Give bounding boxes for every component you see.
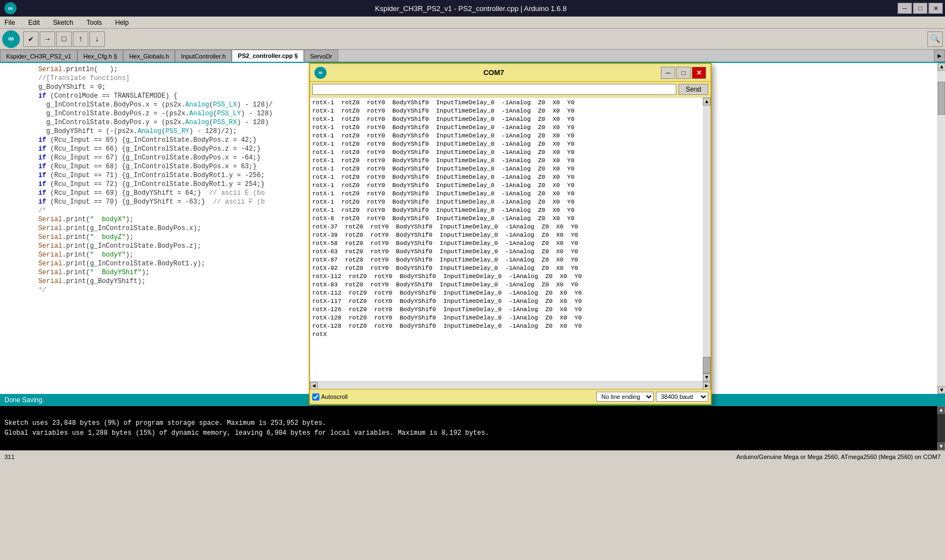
menu-edit[interactable]: Edit xyxy=(26,18,42,27)
serial-output-line: rotX-87 rotZ0 rotY0 BodyYShif0 InputTime… xyxy=(312,256,701,264)
serial-input-field[interactable] xyxy=(312,84,676,95)
serial-output-line: rotX-8 rotZ0 rotY0 BodyYShif0 InputTimeD… xyxy=(312,215,701,223)
console-line-3: Global variables use 1,288 bytes (15%) o… xyxy=(4,428,941,438)
serial-output-line: rotX-1 rotZ0 rotY0 BodyYShif0 InputTimeD… xyxy=(312,198,701,206)
console-scrollbar[interactable]: ▲ ▼ xyxy=(937,406,945,450)
tabs-scroll-right[interactable]: ▶ xyxy=(934,50,945,62)
bottom-status-bar: 311 Arduino/Genuine Mega or Mega 2560, A… xyxy=(0,450,945,462)
serial-controls: ─ □ ✕ xyxy=(661,67,706,79)
code-scroll-down[interactable]: ▼ xyxy=(938,386,945,394)
serial-options: No line ending Newline Carriage return B… xyxy=(596,392,708,402)
serial-output-line: rotX-63 rotZ0 rotY0 BodyYShif0 InputTime… xyxy=(312,248,701,256)
serial-output-line: rotX-1 rotZ0 rotY0 BodyYShif0 InputTimeD… xyxy=(312,182,701,190)
serial-bottom-bar: Autoscroll No line ending Newline Carria… xyxy=(310,389,711,404)
serial-scrollbar-h: ◀ ▶ xyxy=(310,381,711,389)
serial-output-line: rotX-1 rotZ0 rotY0 BodyYShif0 InputTimeD… xyxy=(312,140,701,148)
serial-scrollbar-v[interactable]: ▲ ▼ xyxy=(703,98,711,381)
serial-output-line: rotX-1 rotZ0 rotY0 BodyYShif0 InputTimeD… xyxy=(312,124,701,132)
serial-scroll-thumb[interactable] xyxy=(703,357,711,374)
serial-lines: rotX-1 rotZ0 rotY0 BodyYShif0 InputTimeD… xyxy=(312,99,708,339)
toolbar: ∞ ✔ → □ ↑ ↓ 🔍 xyxy=(0,29,945,50)
line-ending-select[interactable]: No line ending Newline Carriage return B… xyxy=(596,392,654,402)
arduino-logo: ∞ xyxy=(2,30,20,48)
autoscroll-label: Autoscroll xyxy=(321,393,348,400)
tab-kspider[interactable]: Kspider_CH3R_PS2_v1 xyxy=(0,50,77,62)
status-text: Done Saving. xyxy=(4,396,44,404)
serial-monitor: ∞ COM7 ─ □ ✕ Send rotX-1 rotZ0 rotY0 Bod… xyxy=(309,63,712,405)
serial-scroll-track xyxy=(703,105,711,374)
serial-hscroll-track xyxy=(318,382,703,389)
serial-output-line: rotX-112 rotZ0 rotY0 BodyYShif0 InputTim… xyxy=(312,273,701,281)
window-title: Kspider_CH3R_PS2_v1 - PS2_controller.cpp… xyxy=(44,4,898,13)
autoscroll-checkbox-container: Autoscroll xyxy=(312,393,348,401)
verify-button[interactable]: ✔ xyxy=(23,31,39,47)
serial-output-line: rotX-58 rotZ0 rotY0 BodyYShif0 InputTime… xyxy=(312,239,701,248)
tab-servo-dr[interactable]: ServoDr xyxy=(304,50,338,62)
serial-output-line: rotX-37 rotZ0 rotY0 BodyYShif0 InputTime… xyxy=(312,223,701,231)
serial-output-line: rotX-1 rotZ0 rotY0 BodyYShif0 InputTimeD… xyxy=(312,107,701,115)
serial-close-button[interactable]: ✕ xyxy=(692,67,706,79)
serial-output-line: rotX-1 rotZ0 rotY0 BodyYShif0 InputTimeD… xyxy=(312,132,701,140)
console-area: ▲ ▼ Sketch uses 23,848 bytes (9%) of pro… xyxy=(0,406,945,450)
menu-sketch[interactable]: Sketch xyxy=(51,18,76,27)
serial-output-line: rotX-112 rotZ0 rotY0 BodyYShif0 InputTim… xyxy=(312,289,701,297)
tab-hex-globals[interactable]: Hex_Globals.h xyxy=(123,50,175,62)
serial-output-line: rotX-92 rotZ0 rotY0 BodyYShif0 InputTime… xyxy=(312,264,701,273)
console-scroll-down[interactable]: ▼ xyxy=(937,442,945,450)
serial-scroll-right[interactable]: ▶ xyxy=(703,382,711,390)
open-button[interactable]: ↑ xyxy=(73,31,88,47)
autoscroll-checkbox[interactable] xyxy=(312,393,319,401)
close-button[interactable]: ✕ xyxy=(928,3,943,14)
serial-output-line: rotX-1 rotZ0 rotY0 BodyYShif0 InputTimeD… xyxy=(312,115,701,124)
serial-scroll-left[interactable]: ◀ xyxy=(310,382,318,390)
serial-output-line: rotX-1 rotZ0 rotY0 BodyYShif0 InputTimeD… xyxy=(312,99,701,107)
code-scroll-up[interactable]: ▲ xyxy=(938,63,945,71)
code-scrollbar[interactable]: ▲ ▼ xyxy=(937,63,945,394)
tabs-bar: Kspider_CH3R_PS2_v1 Hex_Cfg.h § Hex_Glob… xyxy=(0,50,945,63)
tab-input-controller[interactable]: InputController.h xyxy=(175,50,232,62)
code-scroll-thumb[interactable] xyxy=(938,82,945,115)
minimize-button[interactable]: ─ xyxy=(898,3,912,14)
serial-maximize-button[interactable]: □ xyxy=(676,67,691,79)
new-button[interactable]: □ xyxy=(56,31,72,47)
serial-input-bar: Send xyxy=(310,82,711,97)
serial-output-line: rotX-39 rotZ0 rotY0 BodyYShif0 InputTime… xyxy=(312,231,701,239)
serial-minimize-button[interactable]: ─ xyxy=(661,67,675,79)
tab-ps2-controller[interactable]: PS2_controller.cpp § xyxy=(232,50,304,62)
console-scroll-track xyxy=(937,414,945,442)
serial-output-line: rotX-1 rotZ0 rotY0 BodyYShif0 InputTimeD… xyxy=(312,165,701,173)
tab-hex-cfg[interactable]: Hex_Cfg.h § xyxy=(77,50,123,62)
serial-output-line: rotX-117 rotZ0 rotY0 BodyYShif0 InputTim… xyxy=(312,297,701,306)
serial-title-bar: ∞ COM7 ─ □ ✕ xyxy=(310,64,711,82)
serial-send-button[interactable]: Send xyxy=(679,84,708,95)
serial-output-line: rotX-128 rotZ0 rotY0 BodyYShif0 InputTim… xyxy=(312,314,701,322)
window-controls: ─ □ ✕ xyxy=(898,3,943,14)
search-button[interactable]: 🔍 xyxy=(927,31,943,47)
serial-output-line: rotX-128 rotZ0 rotY0 BodyYShif0 InputTim… xyxy=(312,322,701,330)
title-bar: ∞ Kspider_CH3R_PS2_v1 - PS2_controller.c… xyxy=(0,0,945,17)
console-line-1 xyxy=(4,408,941,418)
serial-output-line: rotX-83 rotZ0 rotY0 BodyYShif0 InputTime… xyxy=(312,281,701,289)
menu-bar: File Edit Sketch Tools Help xyxy=(0,17,945,29)
serial-output-line: rotX-1 rotZ0 rotY0 BodyYShif0 InputTimeD… xyxy=(312,206,701,215)
serial-logo: ∞ xyxy=(314,67,327,79)
code-scroll-track xyxy=(938,71,945,386)
serial-title: COM7 xyxy=(327,68,661,77)
menu-help[interactable]: Help xyxy=(113,18,131,27)
serial-scroll-up[interactable]: ▲ xyxy=(703,98,711,105)
baud-rate-select[interactable]: 300 baud 1200 baud 2400 baud 4800 baud 9… xyxy=(656,392,708,402)
app-logo: ∞ xyxy=(4,2,17,14)
serial-output-line: rotX xyxy=(312,330,701,339)
maximize-button[interactable]: □ xyxy=(913,3,927,14)
menu-tools[interactable]: Tools xyxy=(84,18,104,27)
save-button[interactable]: ↓ xyxy=(89,31,105,47)
main-area: Serial.println( ); //[Translate function… xyxy=(0,63,945,394)
upload-button[interactable]: → xyxy=(40,31,55,47)
serial-output-line: rotX-1 rotZ0 rotY0 BodyYShif0 InputTimeD… xyxy=(312,173,701,182)
line-number: 311 xyxy=(4,454,14,460)
menu-file[interactable]: File xyxy=(2,18,17,27)
serial-scroll-down[interactable]: ▼ xyxy=(703,374,711,381)
serial-output-line: rotX-1 rotZ0 rotY0 BodyYShif0 InputTimeD… xyxy=(312,190,701,198)
serial-output-line: rotX-1 rotZ0 rotY0 BodyYShif0 InputTimeD… xyxy=(312,148,701,157)
console-scroll-up[interactable]: ▲ xyxy=(937,406,945,414)
